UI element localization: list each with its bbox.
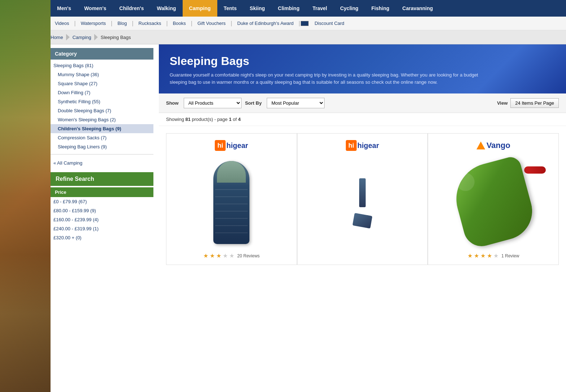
- page-layout: Category Sleeping Bags (81) Mummy Shape …: [0, 44, 566, 279]
- product-stars: ★ ★ ★ ★ ★ 20 Reviews: [203, 252, 260, 259]
- nav-separator: |: [165, 20, 168, 27]
- nav-separator: |: [190, 20, 193, 27]
- product-stars: ★ ★ ★ ★ ★ 1 Review: [467, 252, 519, 259]
- breadcrumb-separator: [94, 34, 98, 40]
- nav-separator: |: [110, 20, 113, 27]
- sec-nav-blog[interactable]: Blog: [113, 21, 131, 26]
- cat-synthetic-filling[interactable]: Synthetic Filling (55): [51, 97, 153, 106]
- review-count: 1 Review: [501, 253, 519, 258]
- refine-search-header: Refine Search: [51, 172, 153, 186]
- cat-sleeping-bag-liners[interactable]: Sleeping Bag Liners (9): [51, 142, 153, 151]
- star-1: ★: [203, 252, 208, 259]
- main-content: Sleeping Bags Guarantee yourself a comfo…: [159, 44, 566, 279]
- higear-text: higear: [226, 141, 248, 150]
- nav-tents[interactable]: Tents: [217, 0, 243, 17]
- higear-logo: hi higear: [215, 140, 248, 151]
- star-4: ★: [487, 252, 492, 259]
- price-range-3[interactable]: £160.00 - £239.99 (4): [51, 215, 153, 224]
- star-4: ★: [223, 252, 228, 259]
- scenic-background: [0, 0, 51, 279]
- price-range-5[interactable]: £320.00 + (0): [51, 233, 153, 242]
- sec-nav-books[interactable]: Books: [169, 21, 190, 26]
- items-per-page-button[interactable]: 24 Items Per Page: [510, 98, 559, 108]
- price-range-1[interactable]: £0 - £79.99 (67): [51, 197, 153, 206]
- toolbar: Show All Products In Stock Sort By Most …: [159, 93, 566, 113]
- product-card[interactable]: hi higear ★ ★ ★ ★ ★ 20 Reviews: [166, 133, 297, 265]
- cat-childrens-sleeping-bags[interactable]: Children's Sleeping Bags (9): [51, 124, 153, 133]
- star-2: ★: [474, 252, 479, 259]
- category-header: Category: [51, 48, 153, 60]
- page-description: Guarantee yourself a comfortable night's…: [170, 71, 495, 86]
- price-filter-header: Price: [51, 187, 153, 197]
- breadcrumb-home[interactable]: Home: [51, 35, 63, 40]
- product-card[interactable]: Vango ★ ★ ★ ★ ★ 1 Review: [428, 133, 559, 265]
- sec-nav-doe-award[interactable]: Duke of Edinburgh's Award: [233, 21, 298, 26]
- acc-item-2: [352, 213, 372, 228]
- page-title: Sleeping Bags: [170, 55, 555, 68]
- cat-compression-sacks[interactable]: Compression Sacks (7): [51, 133, 153, 142]
- page-header: Sleeping Bags Guarantee yourself a comfo…: [159, 44, 566, 93]
- product-image: [303, 156, 422, 249]
- price-range-4[interactable]: £240.00 - £319.99 (1): [51, 224, 153, 233]
- brand-logo: Vango: [476, 139, 510, 152]
- all-camping-link[interactable]: « All Camping: [51, 157, 153, 169]
- acc-item-1: [359, 178, 366, 207]
- star-3: ★: [216, 252, 221, 259]
- sidebar-divider: [51, 154, 153, 154]
- discount-card-icon: [301, 21, 309, 26]
- product-image: [434, 156, 553, 249]
- nav-childrens[interactable]: Children's: [113, 0, 151, 17]
- price-range-2[interactable]: £80.00 - £159.99 (9): [51, 206, 153, 215]
- nav-climbing[interactable]: Climbing: [271, 0, 306, 17]
- sort-select[interactable]: Most Popular Price Low to High Price Hig…: [267, 98, 325, 108]
- brand-logo: hi higear: [215, 139, 248, 152]
- vango-triangle-icon: [476, 141, 485, 149]
- product-card[interactable]: hi higear: [297, 133, 428, 265]
- star-5: ★: [493, 252, 498, 259]
- nav-cycling[interactable]: Cycling: [334, 0, 365, 17]
- secondary-nav: Videos | Watersports | Blog | Rucksacks …: [0, 17, 566, 30]
- nav-mens[interactable]: Men's: [51, 0, 78, 17]
- higear-logo: hi higear: [346, 140, 379, 151]
- breadcrumb-separator: [66, 34, 70, 40]
- nav-travel[interactable]: Travel: [306, 0, 334, 17]
- cat-square-shape[interactable]: Square Shape (27): [51, 79, 153, 88]
- nav-fishing[interactable]: Fishing: [365, 0, 396, 17]
- cat-double-sleeping-bags[interactable]: Double Sleeping Bags (7): [51, 106, 153, 115]
- results-info: Showing 81 product(s) - page 1 of 4: [159, 113, 566, 126]
- cat-mummy-shape[interactable]: Mummy Shape (36): [51, 70, 153, 79]
- products-grid: hi higear ★ ★ ★ ★ ★ 20 Reviews: [159, 126, 566, 272]
- sort-label: Sort By: [245, 100, 262, 106]
- higear-text: higear: [357, 141, 379, 150]
- sec-nav-gift-vouchers[interactable]: Gift Vouchers: [193, 21, 230, 26]
- hi-box: hi: [346, 140, 357, 151]
- nav-separator: |: [131, 20, 134, 27]
- nav-camping[interactable]: Camping: [183, 0, 217, 17]
- sec-nav-watersports[interactable]: Watersports: [77, 21, 110, 26]
- breadcrumb-camping[interactable]: Camping: [73, 35, 91, 40]
- vango-text: Vango: [487, 141, 510, 150]
- brand-logo: hi higear: [346, 139, 379, 152]
- accessory-illustration: [353, 178, 371, 227]
- cat-sleeping-bags[interactable]: Sleeping Bags (81): [51, 61, 153, 70]
- main-nav: Men's Women's Children's Walking Camping…: [0, 0, 566, 17]
- nav-separator: |: [74, 20, 77, 27]
- nav-womens[interactable]: Women's: [78, 0, 113, 17]
- hi-box: hi: [215, 140, 226, 151]
- star-3: ★: [480, 252, 486, 259]
- nav-skiing[interactable]: Skiing: [243, 0, 271, 17]
- nav-caravanning[interactable]: Caravanning: [396, 0, 440, 17]
- nav-separator: |: [298, 20, 301, 27]
- cat-down-filling[interactable]: Down Filling (7): [51, 88, 153, 97]
- show-select[interactable]: All Products In Stock: [184, 98, 241, 108]
- sleeping-bag-illustration: [213, 161, 249, 244]
- sec-nav-rucksacks[interactable]: Rucksacks: [134, 21, 166, 26]
- cat-womens-sleeping-bags[interactable]: Women's Sleeping Bags (2): [51, 115, 153, 124]
- sec-nav-discount-card[interactable]: Discount Card: [310, 21, 348, 26]
- star-1: ★: [467, 252, 473, 259]
- sec-nav-videos[interactable]: Videos: [51, 21, 74, 26]
- breadcrumb-current: Sleeping Bags: [101, 35, 131, 40]
- star-2: ★: [210, 252, 215, 259]
- nav-walking[interactable]: Walking: [150, 0, 182, 17]
- view-label: View: [497, 100, 508, 106]
